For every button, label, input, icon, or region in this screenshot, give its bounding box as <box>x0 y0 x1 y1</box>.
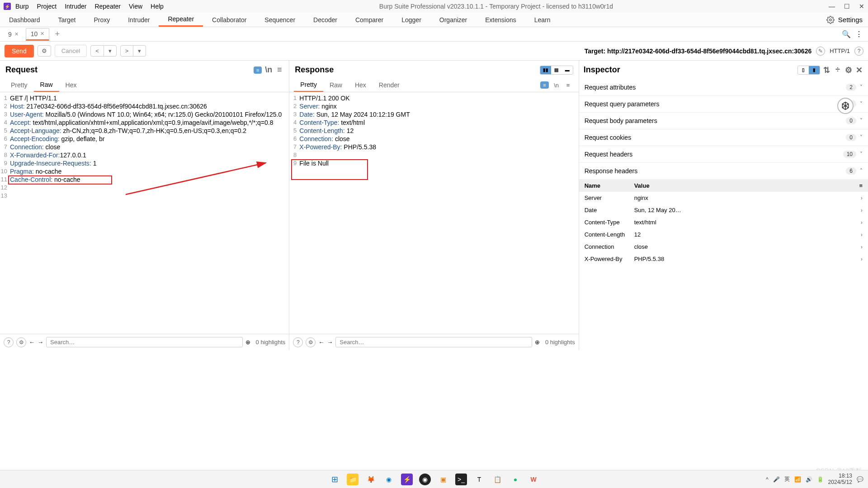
notes-icon[interactable]: 📋 <box>491 474 503 485</box>
close-icon[interactable]: ✕ <box>14 31 19 37</box>
tab-target[interactable]: Target <box>49 14 85 26</box>
layout-toggle[interactable]: ▮▮ ▤ ▬ <box>540 66 573 75</box>
request-tab-raw[interactable]: Raw <box>34 78 59 92</box>
maximize-icon[interactable]: ☐ <box>844 3 850 10</box>
inspector-section[interactable]: Request headers10˅ <box>579 146 868 163</box>
newline-icon[interactable]: \n <box>552 81 561 89</box>
burp-icon[interactable]: ⚡ <box>401 474 413 485</box>
vm-icon[interactable]: ▣ <box>437 474 449 485</box>
code-line[interactable]: 6Connection: close <box>289 135 578 143</box>
layout-columns-icon[interactable]: ▮▮ <box>540 66 551 74</box>
code-line[interactable]: 12 <box>0 184 289 192</box>
arrow-left-icon[interactable]: ← <box>318 339 324 346</box>
inspector-table-row[interactable]: Servernginx› <box>579 192 868 204</box>
floating-badge[interactable] <box>837 98 854 114</box>
inspector-section[interactable]: Request cookies0˅ <box>579 129 868 146</box>
tab-repeater[interactable]: Repeater <box>159 13 203 27</box>
notifications-icon[interactable]: 💬 <box>857 476 863 483</box>
code-line[interactable]: 7Connection: close <box>0 143 289 151</box>
tab-dashboard[interactable]: Dashboard <box>0 14 49 26</box>
explorer-icon[interactable]: 📁 <box>347 474 359 485</box>
gear-icon[interactable]: ⚙ <box>306 337 316 347</box>
tab-sequencer[interactable]: Sequencer <box>255 14 304 26</box>
help-icon[interactable]: ? <box>4 337 14 347</box>
collapse-icon[interactable]: ÷ <box>834 66 842 74</box>
subtab-9[interactable]: 9✕ <box>4 29 23 40</box>
code-line[interactable]: 8X-Forwarded-For:127.0.0.1 <box>0 151 289 159</box>
more-icon[interactable]: ⋮ <box>855 30 863 38</box>
wechat-icon[interactable]: ● <box>509 474 521 485</box>
inspector-table-row[interactable]: Connectionclose› <box>579 241 868 253</box>
code-line[interactable]: 6Accept-Encoding: gzip, deflate, br <box>0 135 289 143</box>
layout-icon[interactable]: ▯ <box>798 66 809 74</box>
code-line[interactable]: 11Cache-Control: no-cache <box>0 175 289 184</box>
tray-chevron-icon[interactable]: ^ <box>766 476 769 483</box>
wps-icon[interactable]: W <box>528 474 539 485</box>
code-line[interactable]: 7X-Powered-By: PHP/5.5.38 <box>289 143 578 151</box>
search-icon[interactable]: 🔍 <box>842 30 851 38</box>
message-editor-icon[interactable]: ≡ <box>540 81 548 89</box>
help-icon[interactable]: ? <box>854 47 863 56</box>
request-tab-pretty[interactable]: Pretty <box>5 79 34 91</box>
code-line[interactable]: 4Content-Type: text/html <box>289 118 578 127</box>
inspector-section[interactable]: Response headers6˄ <box>579 163 868 180</box>
tab-comparer[interactable]: Comparer <box>346 14 392 26</box>
code-line[interactable]: 2Server: nginx <box>289 102 578 110</box>
regex-icon[interactable]: ⊕ <box>535 339 540 346</box>
arrow-left-icon[interactable]: ← <box>29 339 35 346</box>
add-tab-button[interactable]: + <box>52 29 62 39</box>
close-icon[interactable]: ✕ <box>855 66 863 74</box>
subtab-10[interactable]: 10✕ <box>26 28 50 41</box>
hamburger-icon[interactable]: ≡ <box>275 66 283 74</box>
code-line[interactable]: 5Content-Length: 12 <box>289 127 578 135</box>
code-line[interactable]: 4Accept: text/html,application/xhtml+xml… <box>0 118 289 127</box>
tab-logger[interactable]: Logger <box>392 14 430 26</box>
code-line[interactable]: 5Accept-Language: zh-CN,zh;q=0.8,zh-TW;q… <box>0 127 289 135</box>
response-viewer[interactable]: 1HTTP/1.1 200 OK2Server: nginx3Date: Sun… <box>289 92 578 350</box>
start-icon[interactable]: ⊞ <box>329 474 340 485</box>
settings-label[interactable]: Settings <box>838 16 863 24</box>
menu-repeater[interactable]: Repeater <box>94 3 121 10</box>
send-button[interactable]: Send <box>5 45 34 57</box>
inspector-table-row[interactable]: Content-Typetext/html› <box>579 216 868 228</box>
hamburger-icon[interactable]: ≡ <box>564 81 572 89</box>
settings-small-icon[interactable]: ⚙ <box>38 45 51 57</box>
code-line[interactable]: 3Date: Sun, 12 May 2024 10:12:19 GMT <box>289 110 578 118</box>
arrow-right-icon[interactable]: → <box>38 339 43 346</box>
menu-help[interactable]: Help <box>151 3 164 10</box>
gear-icon[interactable]: ⚙ <box>16 337 26 347</box>
tab-decoder[interactable]: Decoder <box>304 14 346 26</box>
message-editor-icon[interactable]: ≡ <box>254 66 262 74</box>
edge-icon[interactable]: ◉ <box>383 474 395 485</box>
tab-extensions[interactable]: Extensions <box>476 14 525 26</box>
response-tab-raw[interactable]: Raw <box>323 79 349 91</box>
code-line[interactable]: 10Pragma: no-cache <box>0 167 289 175</box>
layout-single-icon[interactable]: ▬ <box>562 66 573 74</box>
gear-icon[interactable]: ⚙ <box>844 66 853 74</box>
response-tab-render[interactable]: Render <box>373 79 406 91</box>
forward-dropdown-icon[interactable]: ▾ <box>133 46 146 56</box>
close-icon[interactable]: ✕ <box>859 3 864 10</box>
close-icon[interactable]: ✕ <box>40 31 44 37</box>
inspector-layout-toggle[interactable]: ▯ ▮ <box>797 66 820 75</box>
request-tab-hex[interactable]: Hex <box>59 79 83 91</box>
volume-icon[interactable]: 🔊 <box>806 476 812 483</box>
wifi-icon[interactable]: 📶 <box>794 476 801 483</box>
layout-rows-icon[interactable]: ▤ <box>551 66 562 74</box>
ime-label[interactable]: 英 <box>784 475 790 483</box>
menu-view[interactable]: View <box>129 3 142 10</box>
code-line[interactable]: 1HTTP/1.1 200 OK <box>289 94 578 102</box>
request-search-input[interactable] <box>46 337 243 347</box>
response-tab-pretty[interactable]: Pretty <box>294 78 323 92</box>
inspector-table-row[interactable]: Content-Length12› <box>579 228 868 241</box>
obs-icon[interactable]: ◉ <box>419 474 431 485</box>
battery-icon[interactable]: 🔋 <box>817 476 824 483</box>
cancel-button[interactable]: Cancel <box>55 45 87 57</box>
regex-icon[interactable]: ⊕ <box>245 339 250 346</box>
help-icon[interactable]: ? <box>293 337 303 347</box>
code-line[interactable]: 13 <box>0 192 289 200</box>
tab-intruder[interactable]: Intruder <box>119 14 159 26</box>
firefox-icon[interactable]: 🦊 <box>365 474 377 485</box>
newline-icon[interactable]: \n <box>264 66 273 74</box>
minimize-icon[interactable]: — <box>829 3 835 10</box>
